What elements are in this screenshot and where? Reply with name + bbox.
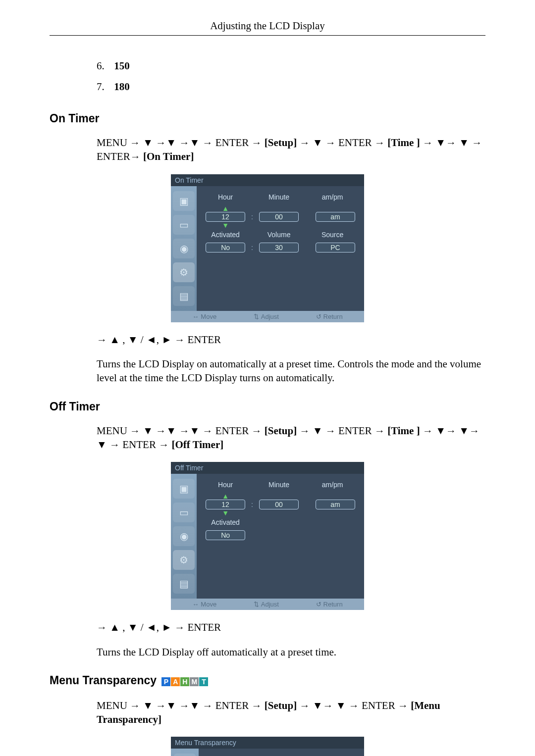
nav-text: → ▼ → ENTER → [297, 137, 387, 149]
label-ampm: am/pm [313, 193, 352, 201]
footer-move: ↔Move [192, 313, 216, 320]
footer-move: ↔Move [192, 601, 216, 608]
move-icon: ↔ [192, 601, 199, 608]
list-value: 180 [114, 81, 130, 93]
page-header: Adjusting the LCD Display [50, 20, 485, 36]
osd-title: Menu Transparency [171, 737, 364, 749]
list-item: 7. 180 [97, 76, 485, 97]
label-ampm: am/pm [313, 481, 352, 489]
return-icon: ↺ [316, 313, 321, 320]
return-icon: ↺ [316, 601, 321, 608]
multi-icon[interactable]: ▤ [173, 574, 195, 594]
value-activated[interactable]: No [206, 243, 245, 252]
arrow-up-icon[interactable]: ▲ [206, 493, 245, 500]
arrow-down-icon[interactable]: ▼ [206, 509, 245, 516]
input-icon[interactable]: ▭ [173, 503, 195, 522]
nav-path-off-timer: MENU → ▼ →▼ →▼ → ENTER → [Setup] → ▼ → E… [97, 424, 485, 452]
adjust-icon: ⇅ [254, 313, 259, 320]
value-ampm[interactable]: am [316, 212, 355, 222]
nav-text: MENU → ▼ →▼ →▼ → ENTER → [97, 425, 265, 437]
picture-icon[interactable]: ▣ [173, 191, 195, 211]
label-activated: Activated [206, 231, 245, 239]
label-activated: Activated [206, 518, 245, 526]
label-volume: Volume [259, 231, 299, 239]
nav-text: → ▼ → ENTER → [297, 425, 387, 437]
adjust-icon: ⇅ [254, 601, 259, 608]
badge-p-icon: P [161, 677, 170, 686]
nav-path-transparency: MENU → ▼ →▼ →▼ → ENTER → [Setup] → ▼→ ▼ … [97, 699, 485, 727]
osd-off-timer: Off Timer ▣ ▭ ◉ ⚙ ▤ Hour Minute am/pm [171, 462, 364, 610]
heading-menu-transparency: Menu Transparency PAHMT [50, 674, 485, 688]
badge-h-icon: H [180, 677, 189, 686]
post-nav-on-timer: → ▲ , ▼ / ◄, ► → ENTER [97, 333, 485, 347]
value-hour[interactable]: 12 [206, 212, 245, 222]
desc-on-timer: Turns the LCD Display on automatically a… [97, 357, 485, 385]
label-hour: Hour [206, 481, 245, 489]
osd-menu-transparency: Menu Transparency ▣ ▭ ◉ ⚙ ▤ HighMediumLo… [171, 737, 364, 756]
footer-adjust: ⇅Adjust [254, 601, 279, 608]
heading-off-timer: Off Timer [50, 400, 485, 413]
osd-title: On Timer [171, 174, 364, 186]
osd-sidebar: ▣ ▭ ◉ ⚙ ▤ [171, 749, 199, 756]
badge-t-icon: T [199, 677, 208, 686]
osd-on-timer: On Timer ▣ ▭ ◉ ⚙ ▤ Hour Minute am/pm [171, 174, 364, 322]
value-source[interactable]: PC [316, 243, 355, 252]
input-icon[interactable]: ▭ [173, 215, 195, 235]
value-volume[interactable]: 30 [259, 243, 299, 252]
desc-off-timer: Turns the LCD Display off automatically … [97, 645, 485, 659]
multi-icon[interactable]: ▤ [173, 286, 195, 306]
setup-icon[interactable]: ⚙ [173, 262, 195, 282]
nav-target: [Off Timer] [171, 439, 223, 451]
list-number: 6. [97, 55, 111, 76]
colon: : [251, 244, 253, 252]
nav-setup: [Setup] [265, 700, 297, 711]
picture-icon[interactable]: ▣ [174, 754, 196, 756]
timer-icon[interactable]: ◉ [173, 239, 195, 258]
badge-a-icon: A [171, 677, 180, 686]
value-minute[interactable]: 00 [259, 500, 299, 509]
colon: : [251, 501, 253, 508]
setup-icon[interactable]: ⚙ [173, 550, 195, 570]
value-ampm[interactable]: am [316, 500, 355, 509]
heading-text: Menu Transparency [50, 674, 157, 687]
list-number: 7. [97, 76, 111, 97]
badge-m-icon: M [190, 677, 199, 686]
list-value: 150 [114, 60, 130, 72]
numbered-list: 6. 150 7. 180 [97, 55, 485, 97]
label-minute: Minute [259, 481, 299, 489]
arrow-down-icon[interactable]: ▼ [206, 222, 245, 229]
mode-badges: PAHMT [161, 675, 209, 688]
osd-title: Off Timer [171, 462, 364, 474]
value-activated[interactable]: No [206, 530, 245, 540]
heading-on-timer: On Timer [50, 112, 485, 125]
move-icon: ↔ [192, 313, 199, 320]
label-source: Source [313, 231, 352, 239]
footer-adjust: ⇅Adjust [254, 313, 279, 320]
value-minute[interactable]: 00 [259, 212, 299, 222]
nav-target: [On Timer] [143, 151, 194, 162]
timer-icon[interactable]: ◉ [173, 526, 195, 546]
osd-footer: ↔Move ⇅Adjust ↺Return [171, 311, 364, 322]
nav-setup: [Setup] [265, 425, 297, 437]
picture-icon[interactable]: ▣ [173, 479, 195, 499]
colon: : [251, 213, 253, 221]
list-item: 6. 150 [97, 55, 485, 76]
label-hour: Hour [206, 193, 245, 201]
osd-footer: ↔Move ⇅Adjust ↺Return [171, 599, 364, 610]
nav-path-on-timer: MENU → ▼ →▼ →▼ → ENTER → [Setup] → ▼ → E… [97, 136, 485, 164]
nav-time: [Time ] [387, 425, 420, 437]
nav-text: → ▼→ ▼ → ENTER → [297, 700, 411, 711]
footer-return: ↺Return [316, 313, 343, 320]
nav-text: MENU → ▼ →▼ →▼ → ENTER → [97, 137, 265, 149]
nav-time: [Time ] [387, 137, 420, 149]
osd-sidebar: ▣ ▭ ◉ ⚙ ▤ [171, 474, 197, 599]
post-nav-off-timer: → ▲ , ▼ / ◄, ► → ENTER [97, 620, 485, 634]
value-hour[interactable]: 12 [206, 500, 245, 509]
arrow-up-icon[interactable]: ▲ [206, 205, 245, 212]
nav-text: MENU → ▼ →▼ →▼ → ENTER → [97, 700, 265, 711]
osd-sidebar: ▣ ▭ ◉ ⚙ ▤ [171, 186, 197, 311]
footer-return: ↺Return [316, 601, 343, 608]
nav-setup: [Setup] [265, 137, 297, 149]
label-minute: Minute [259, 193, 299, 201]
